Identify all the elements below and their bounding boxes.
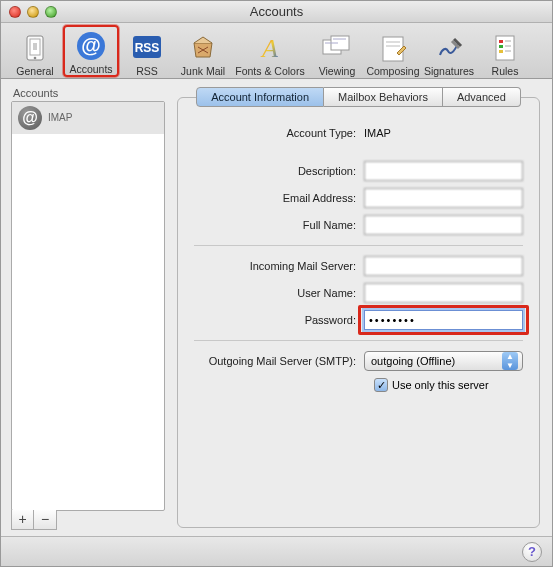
toolbar-rules[interactable]: Rules: [477, 25, 533, 77]
account-type-value: IMAP: [364, 127, 523, 139]
fullname-label: Full Name:: [194, 219, 364, 231]
row-use-only: ✓ Use only this server: [374, 378, 523, 392]
minimize-icon[interactable]: [27, 6, 39, 18]
sidebar-footer: + −: [11, 510, 57, 530]
account-type-label: Account Type:: [194, 127, 364, 139]
accounts-icon: @: [75, 29, 107, 63]
use-only-checkbox[interactable]: ✓: [374, 378, 388, 392]
toolbar-label: General: [16, 65, 53, 77]
window-title: Accounts: [1, 4, 552, 19]
account-type: IMAP: [48, 112, 72, 124]
toolbar-composing[interactable]: Composing: [365, 25, 421, 77]
close-icon[interactable]: [9, 6, 21, 18]
toolbar-rss[interactable]: RSS RSS: [119, 25, 175, 77]
footer: ?: [1, 536, 552, 566]
fonts-icon: A: [255, 31, 285, 65]
toolbar: General @ Accounts RSS RSS Junk Mail A F…: [1, 23, 552, 79]
svg-rect-16: [496, 36, 514, 60]
toolbar-label: Rules: [492, 65, 519, 77]
toolbar-label: Junk Mail: [181, 65, 225, 77]
main-panel: Account Information Mailbox Behaviors Ad…: [171, 79, 552, 536]
toolbar-general[interactable]: General: [7, 25, 63, 77]
account-row[interactable]: @ IMAP: [12, 102, 164, 134]
tab-mailbox-behaviors[interactable]: Mailbox Behaviors: [324, 87, 443, 107]
toolbar-label: Signatures: [424, 65, 474, 77]
toolbar-junk[interactable]: Junk Mail: [175, 25, 231, 77]
smtp-label: Outgoing Mail Server (SMTP):: [194, 355, 364, 367]
email-input[interactable]: [364, 188, 523, 208]
tab-account-information[interactable]: Account Information: [196, 87, 324, 107]
toolbar-label: Fonts & Colors: [235, 65, 304, 77]
username-label: User Name:: [194, 287, 364, 299]
account-text: IMAP: [48, 112, 72, 124]
viewing-icon: [321, 31, 353, 65]
add-account-button[interactable]: +: [12, 510, 34, 529]
email-label: Email Address:: [194, 192, 364, 204]
tab-advanced[interactable]: Advanced: [443, 87, 521, 107]
junk-icon: [188, 31, 218, 65]
general-icon: [21, 31, 49, 65]
fullname-input[interactable]: [364, 215, 523, 235]
toolbar-label: Accounts: [69, 63, 112, 75]
zoom-icon[interactable]: [45, 6, 57, 18]
incoming-input[interactable]: [364, 256, 523, 276]
window-controls: [1, 6, 57, 18]
help-button[interactable]: ?: [522, 542, 542, 562]
sidebar-heading: Accounts: [13, 87, 165, 99]
row-username: User Name:: [194, 283, 523, 303]
row-smtp: Outgoing Mail Server (SMTP): outgoing (O…: [194, 351, 523, 371]
signatures-icon: [434, 31, 464, 65]
toolbar-viewing[interactable]: Viewing: [309, 25, 365, 77]
preferences-window: Accounts General @ Accounts RSS RSS Junk: [0, 0, 553, 567]
composing-icon: [379, 31, 407, 65]
accounts-list[interactable]: @ IMAP: [11, 101, 165, 511]
svg-text:A: A: [260, 34, 278, 63]
toolbar-label: Viewing: [319, 65, 356, 77]
svg-rect-3: [33, 43, 37, 50]
row-fullname: Full Name:: [194, 215, 523, 235]
rss-icon: RSS: [132, 31, 162, 65]
body: Accounts @ IMAP + − Account Information …: [1, 79, 552, 536]
password-label: Password:: [194, 314, 364, 326]
remove-account-button[interactable]: −: [34, 510, 56, 529]
smtp-select[interactable]: outgoing (Offline) ▲▼: [364, 351, 523, 371]
svg-text:RSS: RSS: [135, 41, 160, 55]
chevron-updown-icon: ▲▼: [502, 352, 518, 370]
row-email: Email Address:: [194, 188, 523, 208]
toolbar-label: RSS: [136, 65, 158, 77]
separator: [194, 340, 523, 341]
at-icon: @: [18, 106, 42, 130]
svg-point-2: [34, 56, 37, 59]
incoming-label: Incoming Mail Server:: [194, 260, 364, 272]
username-input[interactable]: [364, 283, 523, 303]
row-incoming: Incoming Mail Server:: [194, 256, 523, 276]
use-only-label: Use only this server: [392, 379, 489, 391]
toolbar-accounts[interactable]: @ Accounts: [63, 25, 119, 77]
tabbar: Account Information Mailbox Behaviors Ad…: [177, 87, 540, 107]
svg-rect-19: [499, 50, 503, 53]
password-highlight: [364, 310, 523, 330]
smtp-value: outgoing (Offline): [371, 355, 455, 367]
rules-icon: [491, 31, 519, 65]
row-password: Password:: [194, 310, 523, 330]
row-description: Description:: [194, 161, 523, 181]
description-label: Description:: [194, 165, 364, 177]
titlebar: Accounts: [1, 1, 552, 23]
toolbar-label: Composing: [366, 65, 419, 77]
svg-rect-18: [499, 45, 503, 48]
row-account-type: Account Type: IMAP: [194, 127, 523, 139]
toolbar-signatures[interactable]: Signatures: [421, 25, 477, 77]
separator: [194, 245, 523, 246]
password-input[interactable]: [364, 310, 523, 330]
description-input[interactable]: [364, 161, 523, 181]
svg-text:@: @: [81, 34, 101, 56]
svg-rect-17: [499, 40, 503, 43]
svg-rect-13: [383, 37, 403, 61]
toolbar-fonts[interactable]: A Fonts & Colors: [231, 25, 309, 77]
sidebar-panel: Accounts @ IMAP + −: [1, 79, 171, 536]
account-info-pane: Account Type: IMAP Description: Email Ad…: [177, 97, 540, 528]
